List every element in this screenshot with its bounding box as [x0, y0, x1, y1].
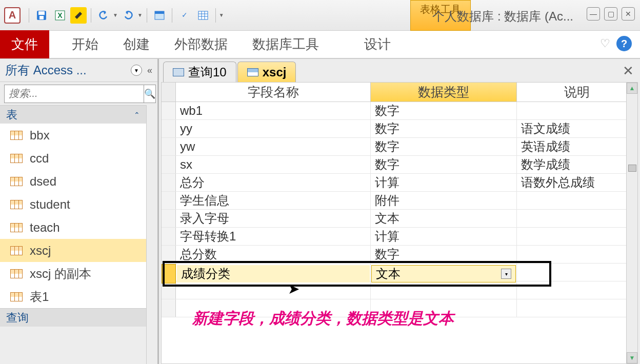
table-row[interactable]: wb1数字	[162, 102, 637, 120]
description-cell[interactable]: 语文成绩	[517, 120, 637, 137]
table-icon	[10, 223, 23, 232]
table-row[interactable]: yw数字英语成绩	[162, 138, 637, 156]
description-cell[interactable]	[517, 228, 637, 245]
file-tab[interactable]: 文件	[0, 30, 49, 58]
row-selector[interactable]	[162, 102, 176, 119]
vertical-scrollbar[interactable]: ▲ ▼	[626, 83, 637, 363]
row-selector[interactable]	[162, 156, 176, 173]
redo-dropdown-icon[interactable]: ▼	[137, 12, 143, 18]
data-type-cell[interactable]: 数字	[371, 120, 517, 137]
row-selector[interactable]	[162, 246, 176, 263]
maximize-button[interactable]: ▢	[604, 7, 617, 21]
field-name-cell[interactable]: sx	[176, 156, 371, 173]
nav-scrollbar[interactable]	[146, 105, 157, 364]
nav-collapse-icon[interactable]: «	[147, 65, 152, 76]
table-row[interactable]: sx数字数学成绩	[162, 156, 637, 174]
nav-table-item[interactable]: 表1	[0, 285, 146, 308]
data-type-cell[interactable]: 计算	[371, 228, 517, 245]
header-description[interactable]: 说明	[517, 83, 637, 102]
doc-tab-xscj[interactable]: xscj	[237, 62, 296, 82]
nav-search-input[interactable]	[4, 85, 144, 103]
row-selector-active[interactable]	[162, 264, 176, 284]
description-cell[interactable]	[517, 210, 637, 227]
row-selector[interactable]	[162, 192, 176, 209]
save-icon[interactable]	[33, 7, 50, 24]
description-cell[interactable]	[517, 246, 637, 263]
header-data-type[interactable]: 数据类型	[371, 83, 517, 102]
minimize-button[interactable]: —	[587, 7, 600, 21]
header-field-name[interactable]: 字段名称	[176, 83, 371, 102]
nav-table-item[interactable]: xscj 的副本	[0, 262, 146, 285]
field-name-cell[interactable]: 总分	[176, 174, 371, 191]
datasheet-icon[interactable]	[195, 7, 211, 24]
table-row[interactable]: 录入字母文本	[162, 210, 637, 228]
nav-table-item[interactable]: ccd	[0, 147, 146, 170]
table-icon	[10, 292, 23, 301]
nav-group-tables[interactable]: 表⌃	[0, 105, 146, 124]
table-row[interactable]: 总分数数字	[162, 246, 637, 264]
tab-database-tools[interactable]: 数据库工具	[240, 30, 331, 58]
table-row[interactable]: 学生信息附件	[162, 192, 637, 210]
row-selector[interactable]	[162, 138, 176, 155]
close-button[interactable]: ✕	[622, 7, 635, 21]
nav-table-item[interactable]: bbx	[0, 124, 146, 147]
field-name-cell[interactable]: 总分数	[176, 246, 371, 263]
field-name-cell[interactable]: wb1	[176, 102, 371, 119]
nav-group-queries[interactable]: 查询	[0, 308, 146, 327]
description-cell[interactable]: 英语成绩	[517, 138, 637, 155]
active-field-cell[interactable]: 成绩分类	[177, 265, 370, 282]
redo-icon[interactable]	[120, 7, 136, 24]
spelling-icon[interactable]: ✓	[176, 7, 193, 24]
description-cell[interactable]	[517, 102, 637, 119]
doc-close-icon[interactable]: ✕	[623, 63, 634, 79]
table-row[interactable]	[162, 281, 637, 299]
doc-tab-query10[interactable]: 查询10	[163, 62, 236, 82]
qat-customize-icon[interactable]: ▼	[219, 12, 224, 18]
data-type-cell[interactable]: 附件	[371, 192, 517, 209]
description-cell[interactable]	[517, 192, 637, 209]
data-type-cell[interactable]: 文本	[371, 210, 517, 227]
field-name-cell[interactable]: 学生信息	[176, 192, 371, 209]
table-row[interactable]: 总分计算语数外总成绩	[162, 174, 637, 192]
data-type-cell[interactable]: 数字	[371, 102, 517, 119]
tab-home[interactable]: 开始	[59, 30, 111, 58]
tab-external-data[interactable]: 外部数据	[162, 30, 240, 58]
description-cell[interactable]: 语数外总成绩	[517, 174, 637, 191]
form-icon[interactable]	[151, 7, 168, 24]
scroll-down-icon[interactable]: ▼	[627, 352, 637, 363]
help-icon[interactable]: ?	[616, 36, 632, 51]
tab-design[interactable]: 设计	[352, 30, 403, 58]
field-name-cell[interactable]: yy	[176, 120, 371, 137]
description-cell[interactable]: 数学成绩	[517, 156, 637, 173]
excel-export-icon[interactable]: X	[52, 7, 68, 24]
tab-create[interactable]: 创建	[111, 30, 162, 58]
undo-icon[interactable]	[95, 7, 112, 24]
heart-icon[interactable]: ♡	[600, 37, 610, 50]
nav-table-item[interactable]: teach	[0, 216, 146, 239]
nav-dropdown-icon[interactable]: ▼	[131, 65, 142, 76]
nav-table-item[interactable]: student	[0, 193, 146, 216]
data-type-cell[interactable]: 数字	[371, 156, 517, 173]
field-name-cell[interactable]: 录入字母	[176, 210, 371, 227]
nav-title[interactable]: 所有 Access ...	[5, 62, 131, 78]
table-row[interactable]: 字母转换1计算	[162, 228, 637, 246]
undo-dropdown-icon[interactable]: ▼	[113, 12, 118, 18]
data-type-cell[interactable]: 数字	[371, 138, 517, 155]
row-selector[interactable]	[162, 210, 176, 227]
data-type-cell[interactable]: 数字	[371, 246, 517, 263]
data-type-cell[interactable]: 计算	[371, 174, 517, 191]
nav-table-item[interactable]: xscj	[0, 239, 146, 262]
type-dropdown-icon[interactable]: ▾	[501, 269, 511, 279]
active-type-cell[interactable]: 文本 ▾	[371, 265, 516, 282]
search-icon[interactable]: 🔍	[144, 85, 156, 103]
nav-table-item[interactable]: dsed	[0, 170, 146, 193]
field-name-cell[interactable]: 字母转换1	[176, 228, 371, 245]
row-selector[interactable]	[162, 120, 176, 137]
table-row[interactable]: yy数字语文成绩	[162, 120, 637, 138]
row-selector[interactable]	[162, 174, 176, 191]
row-selector[interactable]	[162, 228, 176, 245]
scroll-up-icon[interactable]: ▲	[627, 83, 637, 94]
scroll-thumb[interactable]	[628, 165, 636, 172]
field-name-cell[interactable]: yw	[176, 138, 371, 155]
highlight-icon[interactable]	[70, 7, 87, 24]
